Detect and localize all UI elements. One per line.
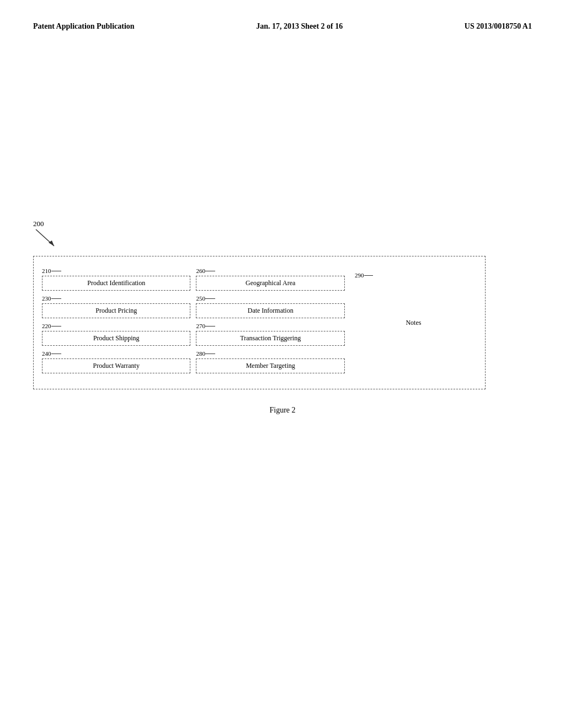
figure-caption: Figure 2 bbox=[33, 406, 532, 415]
ref-230-number: 230 bbox=[42, 295, 51, 302]
transaction-triggering-box: Transaction Triggering bbox=[196, 331, 344, 346]
item-member-targeting: Member Targeting bbox=[196, 358, 344, 373]
col1-ref-number: 210 bbox=[42, 267, 51, 274]
col2-ref-280: 280 bbox=[196, 350, 344, 357]
col1-ref: 210 bbox=[42, 267, 190, 274]
ref-240-number: 240 bbox=[42, 350, 51, 357]
page-content: 200 210 Product Identification bbox=[0, 42, 565, 437]
ref-260-number: 260 bbox=[196, 267, 205, 274]
product-shipping-box: Product Shipping bbox=[42, 331, 190, 346]
geographical-area-box: Geographical Area bbox=[196, 276, 344, 291]
column-1: 210 Product Identification 230 Product P… bbox=[42, 267, 190, 378]
figure-ref-200: 200 bbox=[33, 220, 44, 228]
item-geographical-area: Geographical Area bbox=[196, 276, 344, 291]
product-pricing-label: Product Pricing bbox=[95, 307, 137, 314]
col3-ref-290: 290 bbox=[355, 272, 374, 279]
col1-ref-220: 220 bbox=[42, 323, 190, 329]
ref-220-number: 220 bbox=[42, 323, 51, 329]
product-shipping-label: Product Shipping bbox=[93, 334, 140, 342]
header-right: US 2013/0018750 A1 bbox=[465, 22, 532, 31]
col2-ref-270: 270 bbox=[196, 323, 344, 329]
product-identification-box: Product Identification bbox=[42, 276, 190, 291]
col1-ref-240: 240 bbox=[42, 350, 190, 357]
col2-ref-250: 250 bbox=[196, 295, 344, 302]
main-diagram-box: 210 Product Identification 230 Product P… bbox=[33, 256, 486, 389]
ref-270-number: 270 bbox=[196, 323, 205, 329]
date-information-box: Date Information bbox=[196, 303, 344, 318]
item-product-pricing: Product Pricing bbox=[42, 303, 190, 318]
col1-ref-230: 230 bbox=[42, 295, 190, 302]
item-product-identification: Product Identification bbox=[42, 276, 190, 291]
transaction-triggering-label: Transaction Triggering bbox=[240, 334, 301, 342]
item-date-information: Date Information bbox=[196, 303, 344, 318]
col2-ref-260: 260 bbox=[196, 267, 344, 274]
member-targeting-label: Member Targeting bbox=[246, 362, 295, 370]
geographical-area-label: Geographical Area bbox=[246, 279, 295, 287]
item-product-warranty: Product Warranty bbox=[42, 358, 190, 373]
header-center: Jan. 17, 2013 Sheet 2 of 16 bbox=[256, 22, 343, 31]
date-information-label: Date Information bbox=[248, 307, 294, 314]
product-identification-label: Product Identification bbox=[87, 279, 145, 287]
product-pricing-box: Product Pricing bbox=[42, 303, 190, 318]
header-left: Patent Application Publication bbox=[33, 22, 135, 31]
page-header: Patent Application Publication Jan. 17, … bbox=[0, 0, 565, 42]
item-transaction-triggering: Transaction Triggering bbox=[196, 331, 344, 346]
notes-label: Notes bbox=[406, 319, 421, 327]
item-product-shipping: Product Shipping bbox=[42, 331, 190, 346]
product-warranty-box: Product Warranty bbox=[42, 358, 190, 373]
ref-290-number: 290 bbox=[355, 272, 364, 279]
diagram-area: 200 210 Product Identification bbox=[33, 218, 532, 389]
ref-250-number: 250 bbox=[196, 295, 205, 302]
ref-280-number: 280 bbox=[196, 350, 205, 357]
product-warranty-label: Product Warranty bbox=[93, 362, 140, 370]
column-2: 260 Geographical Area 250 Date Informati… bbox=[196, 267, 344, 378]
member-targeting-box: Member Targeting bbox=[196, 358, 344, 373]
column-3: 290 Notes bbox=[350, 267, 477, 378]
arrow-200 bbox=[33, 228, 61, 250]
